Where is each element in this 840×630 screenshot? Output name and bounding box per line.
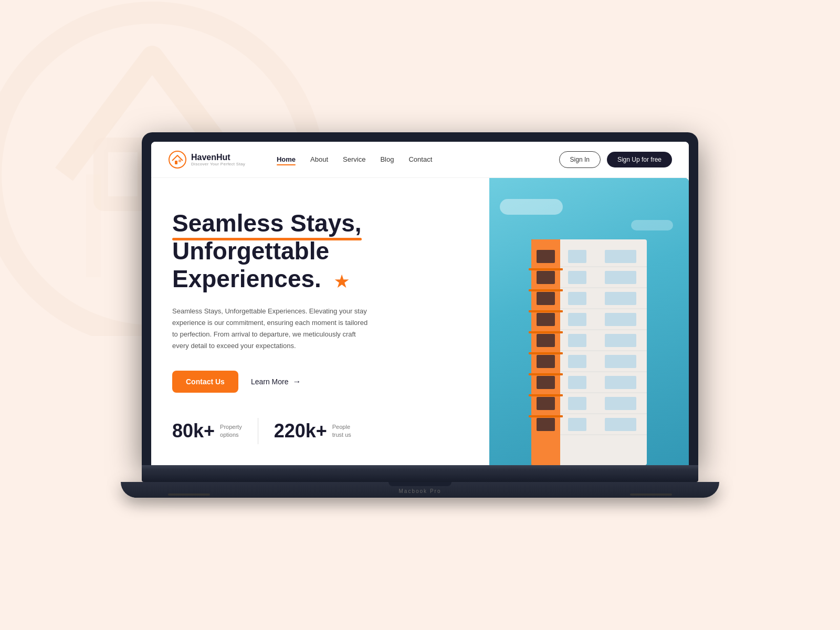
heading-line3: Experiences. [172,265,321,292]
heading-line1: Seamless Stays, [172,209,362,237]
logo-text: HavenHut Discover Your Perfect Stay [191,153,245,167]
svg-rect-17 [537,376,555,389]
laptop-container: HavenHut Discover Your Perfect Stay Home… [131,132,709,498]
svg-rect-24 [568,334,586,347]
building-svg [500,208,678,465]
nav-about[interactable]: About [310,155,328,163]
signin-button[interactable]: Sign In [559,151,601,168]
foot-left [168,494,210,496]
svg-rect-8 [178,160,181,162]
svg-rect-44 [529,394,563,396]
nav-blog[interactable]: Blog [380,155,394,163]
svg-rect-23 [568,313,586,326]
svg-rect-21 [568,271,586,284]
svg-rect-28 [568,418,586,431]
svg-rect-22 [568,292,586,305]
stat-properties-label: Property options [220,423,242,439]
signup-button[interactable]: Sign Up for free [607,152,672,167]
svg-rect-19 [537,418,555,431]
laptop-base [142,469,698,482]
svg-rect-42 [529,352,563,354]
laptop-screen-frame: HavenHut Discover Your Perfect Stay Home… [142,132,698,465]
laptop-feet [168,494,672,496]
svg-rect-30 [605,271,636,284]
nav-service[interactable]: Service [343,155,365,163]
svg-rect-25 [568,355,586,368]
svg-rect-39 [529,289,563,291]
hero-stats: 80k+ Property options 220k+ People tru [172,418,468,444]
building-bg [489,178,689,465]
nav-links: Home About Service Blog Contact [277,155,559,163]
hero-description: Seamless Stays, Unforgettable Experience… [172,306,372,352]
logo-icon [168,150,187,169]
svg-rect-11 [537,250,555,263]
learn-more-button[interactable]: Learn More → [251,377,301,386]
hero-image [489,178,689,465]
svg-rect-20 [568,250,586,263]
svg-rect-7 [175,161,177,164]
logo-tagline: Discover Your Perfect Stay [191,162,245,166]
arrow-icon: → [293,377,301,386]
stat-people-label: People trust us [332,423,351,439]
svg-rect-33 [605,334,636,347]
stat-people: 220k+ People trust us [274,420,351,442]
svg-rect-40 [529,310,563,312]
svg-rect-13 [537,292,555,305]
svg-rect-18 [537,397,555,410]
svg-rect-36 [605,397,636,410]
svg-rect-34 [605,355,636,368]
hero-left: Seamless Stays, Unforgettable Experience… [151,178,489,465]
laptop-hinge [142,465,698,469]
svg-rect-12 [537,271,555,284]
svg-rect-43 [529,373,563,375]
svg-rect-26 [568,376,586,389]
hero-buttons: Contact Us Learn More → [172,371,468,393]
foot-right [630,494,672,496]
laptop-bottom: Macbook Pro [121,482,719,498]
nav-home[interactable]: Home [277,155,296,163]
svg-rect-14 [537,313,555,326]
star-decoration: ★ [334,273,349,290]
contact-us-button[interactable]: Contact Us [172,371,238,393]
svg-rect-41 [529,331,563,333]
svg-rect-38 [529,268,563,270]
stat-properties-number: 80k+ [172,420,215,442]
hero-heading: Seamless Stays, Unforgettable Experience… [172,209,468,293]
svg-rect-15 [537,334,555,347]
svg-rect-37 [605,418,636,431]
svg-rect-27 [568,397,586,410]
stat-divider [258,418,258,444]
svg-rect-16 [537,355,555,368]
svg-rect-31 [605,292,636,305]
svg-rect-32 [605,313,636,326]
stat-people-number: 220k+ [274,420,327,442]
laptop-brand-label: Macbook Pro [399,488,442,494]
svg-rect-29 [605,250,636,263]
svg-rect-45 [529,415,563,417]
logo: HavenHut Discover Your Perfect Stay [168,150,245,169]
nav-contact[interactable]: Contact [408,155,432,163]
screen-content: HavenHut Discover Your Perfect Stay Home… [151,142,689,465]
navbar: HavenHut Discover Your Perfect Stay Home… [151,142,689,178]
stat-properties: 80k+ Property options [172,420,242,442]
laptop-notch [388,482,452,486]
nav-actions: Sign In Sign Up for free [559,151,672,168]
heading-line2: Unforgettable [172,237,329,265]
svg-rect-35 [605,376,636,389]
logo-name: HavenHut [191,153,245,162]
svg-point-6 [169,151,186,168]
hero-section: Seamless Stays, Unforgettable Experience… [151,178,689,465]
